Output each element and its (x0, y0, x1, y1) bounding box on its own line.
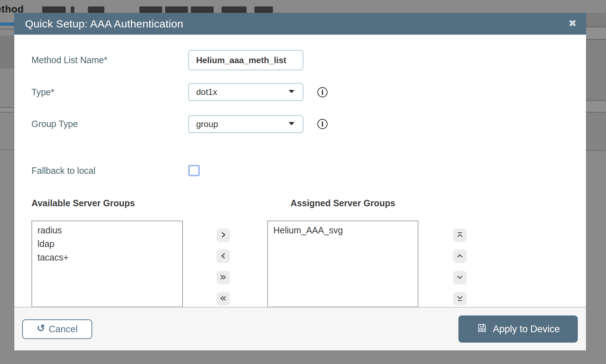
move-up-button[interactable] (453, 249, 467, 263)
save-icon (476, 322, 488, 336)
fallback-checkbox[interactable] (188, 165, 200, 176)
svg-text:i: i (321, 89, 324, 96)
close-icon[interactable]: ✖ (568, 18, 577, 29)
apply-button-label: Apply to Device (493, 324, 560, 335)
svg-text:i: i (321, 120, 324, 128)
cancel-button-label: Cancel (49, 324, 78, 335)
type-row: Type* dot1x i (31, 83, 569, 101)
list-item[interactable]: Helium_AAA_svg (268, 223, 418, 237)
type-select-value: dot1x (196, 87, 217, 97)
chevron-down-icon (456, 274, 463, 282)
assigned-groups-heading: Assigned Server Groups (267, 198, 418, 208)
dialog-header: Quick Setup: AAA Authentication ✖ (14, 13, 586, 35)
group-type-row: Group Type group i (31, 115, 569, 133)
chevron-down-icon (288, 89, 295, 96)
list-item[interactable]: tacacs+ (32, 251, 182, 264)
move-all-left-button[interactable] (217, 292, 230, 305)
chevron-up-icon (456, 252, 463, 261)
double-chevron-left-icon (219, 295, 227, 303)
dialog-body: Method List Name* Type* dot1x i (14, 35, 586, 307)
move-all-right-button[interactable] (217, 271, 230, 284)
apply-to-device-button[interactable]: Apply to Device (458, 315, 578, 343)
undo-icon: ↺ (37, 323, 45, 333)
method-list-name-row: Method List Name* (31, 50, 569, 70)
fallback-label: Fallback to local (31, 166, 188, 176)
type-select[interactable]: dot1x (188, 83, 303, 101)
assigned-groups-listbox[interactable]: Helium_AAA_svg (267, 221, 418, 307)
dialog-title: Quick Setup: AAA Authentication (14, 18, 183, 30)
quick-setup-aaa-dialog: Quick Setup: AAA Authentication ✖ Method… (14, 13, 586, 350)
group-type-select-value: group (196, 119, 218, 129)
move-right-button[interactable] (217, 228, 230, 242)
available-groups-heading: Available Server Groups (31, 198, 135, 208)
cancel-button[interactable]: ↺ Cancel (22, 319, 92, 339)
fallback-row: Fallback to local (31, 165, 569, 177)
dialog-footer: ↺ Cancel Apply to Device (14, 307, 586, 350)
list-item[interactable]: radius (32, 223, 182, 237)
type-info-icon[interactable]: i (317, 87, 328, 98)
chevron-up-bar-icon (456, 231, 463, 239)
move-left-button[interactable] (217, 249, 230, 263)
screen: ethod Quick Setup: AAA Authentication ✖ … (0, 0, 606, 364)
method-list-name-label: Method List Name* (31, 55, 188, 65)
double-chevron-right-icon (219, 274, 227, 282)
move-to-bottom-button[interactable] (453, 292, 467, 305)
move-to-top-button[interactable] (453, 228, 467, 242)
chevron-right-icon (220, 231, 227, 239)
chevron-down-icon (288, 121, 295, 128)
group-type-info-icon[interactable]: i (317, 118, 328, 130)
chevron-left-icon (220, 252, 227, 261)
chevron-down-bar-icon (456, 295, 463, 303)
available-groups-listbox[interactable]: radiusldaptacacs+ (31, 221, 183, 307)
move-down-button[interactable] (453, 271, 467, 284)
list-item[interactable]: ldap (32, 237, 182, 251)
type-label: Type* (31, 87, 188, 97)
method-list-name-input[interactable] (188, 50, 303, 70)
group-type-label: Group Type (31, 119, 188, 129)
group-type-select[interactable]: group (188, 115, 303, 133)
